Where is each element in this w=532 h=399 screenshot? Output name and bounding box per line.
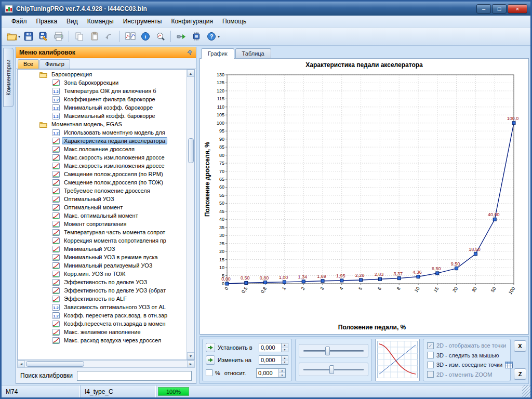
slider-thumb[interactable] bbox=[329, 365, 334, 374]
tree-item[interactable]: Макс. желаемое наполнение bbox=[18, 328, 187, 336]
menu-item-2[interactable]: Вид bbox=[62, 16, 83, 26]
pin-icon[interactable] bbox=[187, 49, 193, 56]
tree-item[interactable]: Эффективность по дельте УОЗ bbox=[18, 278, 187, 286]
titlebar[interactable]: ChipTuningPRO ver.7.4.4.928 - I444CC03.b… bbox=[2, 2, 530, 16]
tree-item[interactable]: Коррекция момента сопротивления пр bbox=[18, 236, 187, 245]
save-as-button[interactable] bbox=[36, 30, 50, 44]
tree-item[interactable]: Зона барокоррекции bbox=[18, 78, 187, 87]
tree-horizontal-scrollbar[interactable]: ◄ ► bbox=[17, 360, 195, 368]
tree-item[interactable]: Коэфф.пересчета отн.заряда в момен bbox=[18, 320, 187, 328]
maximize-button[interactable]: □ bbox=[492, 4, 507, 14]
compare-charts-button[interactable] bbox=[123, 30, 137, 44]
comments-tab[interactable]: Комментарии bbox=[3, 48, 14, 107]
tree-item[interactable]: 1.2Максимальный коэфф. барокорре bbox=[18, 112, 187, 120]
spin-down-icon[interactable]: ▼ bbox=[282, 361, 288, 365]
spin-up-icon[interactable]: ▲ bbox=[279, 369, 285, 374]
tree-vertical-scrollbar[interactable]: ▲ ▼ bbox=[187, 70, 194, 360]
x-axis-button[interactable]: X bbox=[514, 340, 526, 352]
toolbar-overflow-icon[interactable]: ▾ bbox=[218, 34, 220, 39]
connect-button[interactable] bbox=[174, 30, 188, 44]
menu-item-0[interactable]: Файл bbox=[7, 16, 32, 26]
tree-item[interactable]: Оптимальный момент bbox=[18, 203, 187, 211]
undo-button[interactable] bbox=[102, 30, 116, 44]
scroll-thumb[interactable] bbox=[188, 138, 194, 163]
copy-button[interactable] bbox=[72, 30, 86, 44]
resize-grip[interactable] bbox=[522, 385, 530, 397]
menu-item-3[interactable]: Команды bbox=[83, 16, 118, 26]
tree-item[interactable]: 1.2Использовать моментную модель для bbox=[18, 128, 187, 137]
relative-input[interactable] bbox=[257, 369, 278, 377]
scroll-down-icon[interactable]: ▼ bbox=[187, 352, 194, 360]
tree-item[interactable]: Оптимальный УОЗ bbox=[18, 195, 187, 203]
percent-checkbox[interactable] bbox=[206, 369, 212, 376]
tab-filter[interactable]: Фильтр bbox=[39, 59, 70, 69]
info-button[interactable]: i bbox=[138, 30, 152, 44]
scroll-thumb[interactable] bbox=[26, 361, 84, 367]
tree-item[interactable]: Макс.скорость изм.положения дроссе bbox=[18, 162, 187, 170]
tree-item[interactable]: Требуемое положение дросселя bbox=[18, 187, 187, 195]
smooth-slider-2[interactable] bbox=[299, 363, 368, 376]
save-button[interactable] bbox=[21, 30, 35, 44]
menu-item-4[interactable]: Инструменты bbox=[118, 16, 167, 26]
option-2d-show-all-points[interactable]: ✓2D - отображать все точки bbox=[427, 341, 507, 350]
chip-button[interactable] bbox=[189, 30, 203, 44]
tree-item[interactable]: Минимальный УОЗ в режиме пуска bbox=[18, 253, 187, 261]
tree-item[interactable]: Момент сопротивления bbox=[18, 220, 187, 228]
tree-item[interactable]: Минимальный УОЗ bbox=[18, 245, 187, 253]
tree-item[interactable]: Температурная часть момента сопрот bbox=[18, 228, 187, 236]
tree-item[interactable]: Моментная модель, EGAS bbox=[18, 120, 187, 128]
apply-set-icon[interactable] bbox=[206, 343, 215, 352]
apply-change-icon[interactable] bbox=[206, 355, 215, 365]
minimize-button[interactable]: – bbox=[476, 4, 491, 14]
scroll-right-icon[interactable]: ► bbox=[187, 361, 194, 367]
tree-item[interactable]: Смещение полож.дросселя (по RPM) bbox=[18, 170, 187, 178]
close-button[interactable]: × bbox=[508, 4, 527, 14]
tree-item[interactable]: Эффективность по дельте УОЗ (обрат bbox=[18, 286, 187, 295]
tab-table[interactable]: Таблица bbox=[235, 48, 271, 58]
checkbox-icon[interactable] bbox=[427, 352, 434, 358]
tree-item[interactable]: Корр.мин. УОЗ по ТОЖ bbox=[18, 270, 187, 278]
tree-item[interactable]: Макс. оптимальный момент bbox=[18, 211, 187, 220]
set-value-input[interactable] bbox=[259, 343, 281, 352]
tree-item[interactable]: Смещение полож.дросселя (по ТОЖ) bbox=[18, 178, 187, 187]
checkbox-icon[interactable] bbox=[427, 371, 434, 378]
tree-item[interactable]: Макс.положение дросселя bbox=[18, 145, 187, 153]
tree-item[interactable]: Минимальный реализуемый УОЗ bbox=[18, 261, 187, 270]
tab-all[interactable]: Все bbox=[18, 59, 39, 69]
tree-item[interactable]: 1.2Коэффициент фильтра барокорре bbox=[18, 95, 187, 103]
option-3d-follow-mouse[interactable]: 3D - следить за мышью bbox=[427, 351, 507, 360]
smooth-slider-1[interactable] bbox=[299, 344, 368, 357]
help-button[interactable]: ? bbox=[204, 30, 218, 44]
spin-down-icon[interactable]: ▼ bbox=[279, 373, 285, 377]
spin-down-icon[interactable]: ▼ bbox=[282, 348, 288, 352]
tab-chart[interactable]: График bbox=[201, 48, 234, 59]
zoom-chart-button[interactable] bbox=[153, 30, 167, 44]
menu-item-1[interactable]: Правка bbox=[32, 16, 62, 26]
scroll-left-icon[interactable]: ◄ bbox=[18, 361, 25, 367]
menu-item-6[interactable]: Помощь bbox=[218, 16, 251, 26]
search-input[interactable] bbox=[77, 371, 192, 381]
tree-item[interactable]: Барокоррекция bbox=[18, 70, 187, 78]
checkbox-icon[interactable] bbox=[427, 362, 434, 368]
option-3d-edit-adjacent-points[interactable]: 3D - изм. соседние точки bbox=[427, 361, 507, 369]
curve-preview-button[interactable] bbox=[375, 339, 420, 381]
scroll-up-icon[interactable]: ▲ bbox=[187, 70, 194, 77]
z-axis-button[interactable]: Z bbox=[514, 368, 526, 380]
tree-item[interactable]: Эффективность по ALF bbox=[18, 295, 187, 303]
open-file-button[interactable] bbox=[5, 30, 19, 44]
option-2d-cancel-zoom[interactable]: 2D - отменить ZOOM bbox=[427, 370, 507, 379]
tree-item[interactable]: 1.2Зависимость оптимального УОЗ от AL bbox=[18, 303, 187, 311]
slider-thumb[interactable] bbox=[325, 347, 330, 355]
print-button[interactable] bbox=[51, 30, 65, 44]
tree-item[interactable]: Характеристика педали акселератора bbox=[18, 137, 187, 145]
spin-up-icon[interactable]: ▲ bbox=[282, 343, 288, 348]
tree-item[interactable]: 1.2Температура ОЖ для включения б bbox=[18, 87, 187, 95]
change-value-input[interactable] bbox=[259, 356, 281, 364]
tree-item[interactable]: Макс.скорость изм.положения дроссе bbox=[18, 153, 187, 162]
checkbox-icon[interactable]: ✓ bbox=[427, 342, 434, 349]
tree-item[interactable]: Макс. расход воздуха через дроссел bbox=[18, 336, 187, 344]
tree-item[interactable]: 1.2Минимальный коэфф. барокорре bbox=[18, 103, 187, 112]
tree-item[interactable]: 1.2Коэфф. пересчета расх.возд. в отн.зар bbox=[18, 311, 187, 320]
spin-up-icon[interactable]: ▲ bbox=[282, 356, 288, 361]
menu-item-5[interactable]: Конфигурация bbox=[166, 16, 218, 26]
